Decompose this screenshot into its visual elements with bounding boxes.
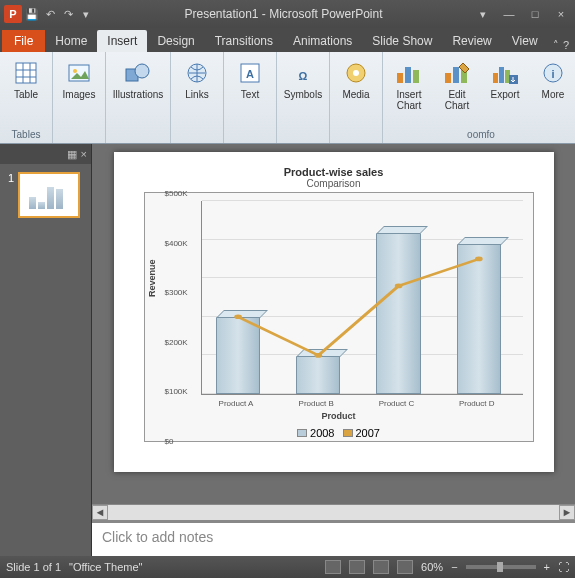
scroll-right-icon[interactable]: ► <box>559 505 575 520</box>
fit-to-window-icon[interactable]: ⛶ <box>558 561 569 573</box>
y-axis-label: Revenue <box>147 259 157 297</box>
symbols-button[interactable]: Ω Symbols <box>280 54 326 120</box>
ribbon-minimize-icon[interactable]: ▾ <box>473 8 493 21</box>
group-oomfo-label: oomfo <box>386 129 575 141</box>
zoom-out-icon[interactable]: − <box>451 561 457 573</box>
group-tables: Table Tables <box>0 52 53 143</box>
undo-icon[interactable]: ↶ <box>42 6 58 22</box>
tab-design[interactable]: Design <box>147 30 204 52</box>
qat-dropdown-icon[interactable]: ▾ <box>78 6 94 22</box>
y-tick: $500K <box>165 189 188 198</box>
redo-icon[interactable]: ↷ <box>60 6 76 22</box>
svg-rect-19 <box>453 67 459 83</box>
tab-home[interactable]: Home <box>45 30 97 52</box>
window-title: Presentation1 - Microsoft PowerPoint <box>94 7 473 21</box>
svg-rect-18 <box>445 73 451 83</box>
zoom-in-icon[interactable]: + <box>544 561 550 573</box>
scroll-left-icon[interactable]: ◄ <box>92 505 108 520</box>
text-button[interactable]: A Text <box>227 54 273 120</box>
group-text: A Text <box>224 52 277 143</box>
tab-slideshow[interactable]: Slide Show <box>362 30 442 52</box>
chart-subtitle: Comparison <box>124 178 544 189</box>
x-tick: Product C <box>366 399 426 408</box>
ribbon: Table Tables Images Illustrations Links <box>0 52 575 144</box>
tab-insert[interactable]: Insert <box>97 30 147 52</box>
file-tab[interactable]: File <box>2 30 45 52</box>
legend-item: 2008 <box>297 427 334 439</box>
scroll-track[interactable] <box>108 505 559 520</box>
shapes-icon <box>124 59 152 87</box>
tab-review[interactable]: Review <box>442 30 501 52</box>
title-bar: P 💾 ↶ ↷ ▾ Presentation1 - Microsoft Powe… <box>0 0 575 28</box>
save-icon[interactable]: 💾 <box>24 6 40 22</box>
links-button[interactable]: Links <box>174 54 220 120</box>
bar <box>376 226 420 394</box>
mini-chart-icon <box>29 181 69 209</box>
svg-rect-0 <box>16 63 36 83</box>
media-icon <box>342 59 370 87</box>
insert-chart-button[interactable]: Insert Chart <box>386 54 432 120</box>
omega-icon: Ω <box>289 59 317 87</box>
more-button[interactable]: i More <box>530 54 575 120</box>
legend-item: 2007 <box>343 427 380 439</box>
thumbnails-header: ▦ × <box>0 144 91 164</box>
table-button[interactable]: Table <box>3 54 49 120</box>
images-button[interactable]: Images <box>56 54 102 120</box>
normal-view-icon[interactable] <box>325 560 341 574</box>
svg-text:i: i <box>551 68 554 80</box>
y-tick: $400K <box>165 238 188 247</box>
textbox-icon: A <box>236 59 264 87</box>
close-pane-icon[interactable]: × <box>81 148 87 160</box>
table-icon <box>12 59 40 87</box>
bar <box>296 349 340 395</box>
zoom-slider[interactable] <box>466 565 536 569</box>
illustrations-button[interactable]: Illustrations <box>109 54 167 120</box>
workspace: ▦ × 1 Product-wise sales Comparison Reve… <box>0 144 575 556</box>
slide[interactable]: Product-wise sales Comparison Revenue Pr… <box>114 152 554 472</box>
bar <box>216 310 260 394</box>
group-tables-label: Tables <box>3 129 49 141</box>
chart-object[interactable]: Revenue Product AProduct BProduct CProdu… <box>144 192 534 442</box>
edit-chart-button[interactable]: Edit Chart <box>434 54 480 120</box>
tab-animations[interactable]: Animations <box>283 30 362 52</box>
notes-pane[interactable]: Click to add notes <box>92 520 575 556</box>
sorter-view-icon[interactable] <box>349 560 365 574</box>
export-button[interactable]: Export <box>482 54 528 120</box>
maximize-button[interactable]: □ <box>525 8 545 21</box>
svg-point-6 <box>73 69 77 73</box>
bar <box>457 237 501 395</box>
tab-transitions[interactable]: Transitions <box>205 30 283 52</box>
group-oomfo: Insert Chart Edit Chart Export i More oo… <box>383 52 575 143</box>
horizontal-scrollbar[interactable]: ◄ ► <box>92 504 575 520</box>
thumb-number: 1 <box>8 172 14 218</box>
slideshow-view-icon[interactable] <box>397 560 413 574</box>
group-symbols: Ω Symbols <box>277 52 330 143</box>
outline-tab-icon[interactable]: ▦ <box>67 148 77 161</box>
x-tick: Product A <box>206 399 266 408</box>
text-label: Text <box>241 89 259 100</box>
ribbon-tabs: File Home Insert Design Transitions Anim… <box>0 28 575 52</box>
chart-icon <box>395 59 423 87</box>
links-label: Links <box>185 89 208 100</box>
close-button[interactable]: × <box>551 8 571 21</box>
plot-area: Product AProduct BProduct CProduct D <box>201 201 523 395</box>
edit-chart-label: Edit Chart <box>445 89 469 111</box>
svg-rect-17 <box>413 70 419 83</box>
media-button[interactable]: Media <box>333 54 379 120</box>
help-icon[interactable]: ? <box>563 39 569 52</box>
y-tick: $0 <box>165 437 174 446</box>
svg-rect-16 <box>405 67 411 83</box>
minimize-button[interactable]: — <box>499 8 519 21</box>
slide-canvas[interactable]: Product-wise sales Comparison Revenue Pr… <box>92 144 575 504</box>
tab-view[interactable]: View <box>502 30 548 52</box>
thumbnail-1[interactable]: 1 <box>0 164 91 226</box>
y-tick: $300K <box>165 288 188 297</box>
quick-access-toolbar: P 💾 ↶ ↷ ▾ <box>4 5 94 23</box>
status-bar: Slide 1 of 1 "Office Theme" 60% − + ⛶ <box>0 556 575 578</box>
svg-text:A: A <box>246 68 254 80</box>
reading-view-icon[interactable] <box>373 560 389 574</box>
chart-legend: 20082007 <box>145 427 533 439</box>
export-label: Export <box>491 89 520 100</box>
media-label: Media <box>342 89 369 100</box>
ribbon-collapse-icon[interactable]: ˄ <box>553 39 559 52</box>
